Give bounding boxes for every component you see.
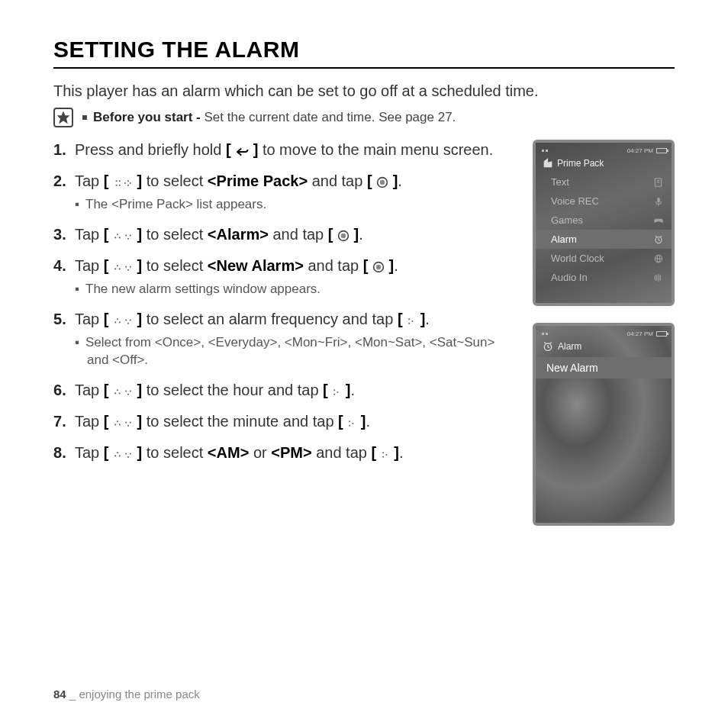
svg-line-70: [656, 236, 657, 237]
svg-point-24: [127, 269, 129, 271]
svg-point-43: [333, 394, 335, 395]
step-6: Tap [ ] to select the hour and tap [ ].: [53, 380, 514, 401]
page-footer: 84 _ enjoying the prime pack: [53, 688, 200, 701]
svg-point-28: [114, 321, 116, 323]
status-time: 04:27 PM: [627, 147, 653, 154]
svg-point-48: [125, 421, 127, 423]
menu-item-voice-rec: Voice REC: [536, 192, 672, 211]
svg-point-42: [333, 389, 335, 391]
svg-point-30: [125, 319, 127, 321]
gamepad-icon: [653, 215, 664, 226]
svg-point-2: [119, 180, 121, 182]
svg-point-12: [114, 237, 116, 238]
svg-point-51: [349, 420, 350, 422]
menu-item-audio-in: Audio In: [536, 268, 672, 287]
svg-point-5: [124, 182, 126, 184]
step-3: Tap [ ] to select <Alarm> and tap [ ].: [53, 224, 514, 245]
step-5: Tap [ ] to select an alarm frequency and…: [53, 309, 514, 369]
intro-text: This player has an alarm which can be se…: [53, 82, 675, 100]
svg-point-57: [125, 453, 127, 454]
svg-point-36: [117, 389, 118, 391]
svg-point-13: [119, 237, 121, 238]
svg-point-32: [127, 323, 129, 324]
up-down-icon: [113, 231, 133, 242]
svg-point-54: [117, 452, 118, 453]
select-circle-icon: [376, 176, 388, 188]
svg-point-53: [353, 423, 354, 424]
svg-point-19: [117, 265, 118, 266]
svg-point-45: [117, 420, 118, 422]
svg-point-27: [117, 318, 118, 320]
svg-point-44: [337, 391, 339, 393]
back-icon: [235, 147, 249, 157]
step-8: Tap [ ] to select <AM> or <PM> and tap […: [53, 443, 514, 463]
svg-point-60: [382, 452, 384, 453]
alarm-clock-icon: [653, 234, 664, 245]
svg-point-10: [380, 180, 385, 185]
up-down-icon: [113, 449, 133, 460]
svg-point-46: [114, 424, 116, 425]
step-4-sub: The new alarm settings window appears.: [75, 281, 514, 298]
battery-icon: [656, 331, 667, 337]
svg-point-31: [130, 319, 131, 321]
prime-pack-icon: [542, 157, 554, 169]
status-time: 04:27 PM: [627, 330, 653, 337]
step-5-sub: Select from <Once>, <Everyday>, <Mon~Fri…: [75, 334, 514, 369]
svg-point-14: [125, 234, 127, 236]
svg-point-8: [130, 182, 131, 184]
select-circle-icon: [337, 230, 350, 242]
svg-point-49: [130, 421, 131, 423]
svg-point-15: [130, 234, 131, 236]
svg-point-39: [125, 390, 127, 391]
svg-point-38: [119, 392, 121, 394]
menu-item-alarm: Alarm: [536, 230, 672, 249]
svg-point-20: [114, 268, 116, 269]
audio-in-icon: [653, 272, 664, 283]
status-bar: 04:27 PM: [536, 330, 672, 340]
svg-point-62: [385, 454, 387, 456]
svg-point-3: [116, 185, 118, 186]
device-screenshot-prime-pack: 04:27 PM Prime Pack Text: [533, 140, 675, 306]
svg-point-55: [114, 455, 116, 456]
svg-point-58: [130, 453, 131, 454]
svg-point-23: [130, 266, 131, 267]
svg-line-79: [550, 343, 552, 343]
text-icon: [653, 177, 664, 188]
screen-title: Prime Pack: [557, 158, 604, 169]
menu-item-text: Text: [536, 172, 672, 192]
right-icon: [347, 418, 356, 429]
svg-marker-0: [58, 112, 68, 122]
note-row: Before you start - Set the current date …: [53, 108, 675, 127]
step-1: Press and briefly hold [ ] to move to th…: [53, 140, 514, 160]
svg-point-4: [119, 185, 121, 186]
star-icon: [53, 108, 73, 127]
svg-line-78: [544, 343, 546, 343]
four-way-icon: [113, 178, 133, 188]
device-screenshot-alarm: 04:27 PM Alarm New Alarm: [533, 323, 675, 526]
menu-list: Text Voice REC Games Alarm: [536, 172, 672, 287]
svg-point-35: [411, 321, 413, 322]
svg-point-33: [408, 318, 410, 320]
globe-icon: [653, 253, 664, 264]
menu-item-world-clock: World Clock: [536, 249, 672, 268]
right-icon: [332, 387, 341, 398]
up-down-icon: [113, 263, 133, 273]
step-2-sub: The <Prime Pack> list appears.: [75, 196, 514, 214]
svg-point-6: [127, 180, 129, 182]
svg-point-22: [125, 266, 127, 267]
svg-point-37: [114, 392, 116, 394]
svg-point-26: [376, 265, 381, 269]
svg-point-7: [127, 185, 129, 186]
step-2: Tap [ ] to select <Prime Pack> and tap […: [53, 171, 514, 214]
svg-point-11: [117, 234, 118, 235]
svg-point-47: [119, 424, 121, 425]
svg-point-18: [341, 234, 346, 238]
note-text: Before you start - Set the current date …: [82, 110, 456, 125]
svg-point-41: [127, 394, 129, 395]
select-circle-icon: [372, 261, 385, 273]
new-alarm-row: New Alarm: [536, 357, 672, 378]
step-4: Tap [ ] to select <New Alarm> and tap [ …: [53, 256, 514, 298]
alarm-clock-icon: [542, 340, 554, 353]
svg-point-56: [119, 455, 121, 456]
svg-point-52: [349, 425, 350, 427]
